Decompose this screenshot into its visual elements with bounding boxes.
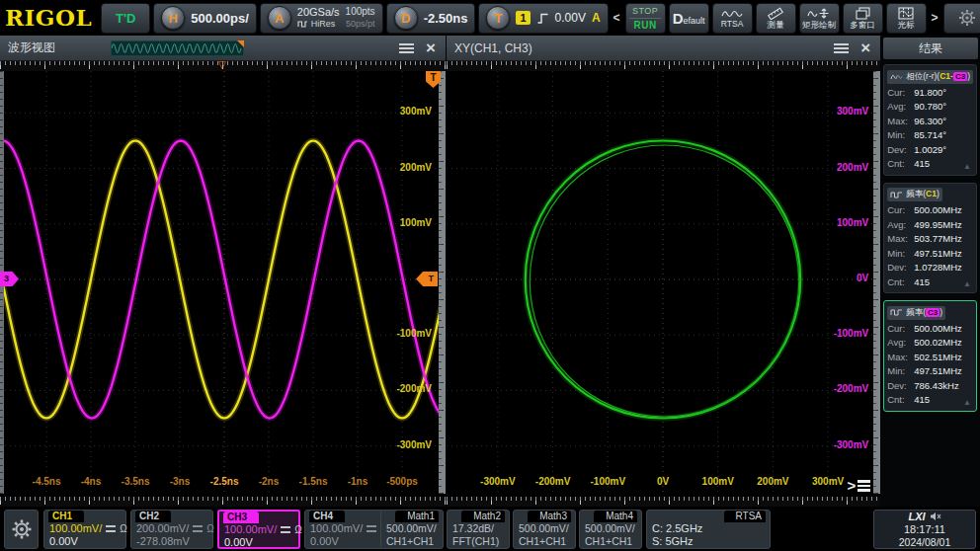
waveform-panel: 波形视图 × ▽ -4.5ns-4ns-3.5ns-3ns-2.5ns-2ns-… xyxy=(0,36,447,507)
rtsa-box[interactable]: RTSA C: 2.5GHz S: 5GHz xyxy=(646,510,771,549)
default-button[interactable]: Default xyxy=(669,3,709,34)
cursor-button[interactable]: 光标 xyxy=(886,3,927,34)
math2-tab[interactable]: Math2 xyxy=(461,511,505,522)
measure-button[interactable]: 测量 xyxy=(756,3,796,34)
measurement-row: Cnt:415 xyxy=(887,157,973,172)
waveform-close-icon[interactable]: × xyxy=(424,39,438,56)
clock-time: 18:17:11 xyxy=(904,523,945,536)
delay-control[interactable]: D -2.50ns xyxy=(386,3,476,34)
top-toolbar: RIGOL T'D H 500.00ps/ A 20GSa/s HiRes 10… xyxy=(0,0,980,36)
math3-expr: CH1+CH1 xyxy=(519,535,566,548)
channel-box-ch4[interactable]: CH4 100.00mV/ 0.00V xyxy=(304,510,387,549)
measurement-title: 相位(r-r)(C1-C3) xyxy=(906,71,970,83)
acquire-knob[interactable]: A xyxy=(268,6,291,30)
channel-box-ch2[interactable]: CH2 200.00mV/ Ω -278.08mV xyxy=(130,510,213,549)
dc-coupling-icon xyxy=(281,526,290,533)
waveform-chart xyxy=(0,71,446,507)
xy-expand-icon[interactable]: > xyxy=(847,479,870,493)
trigger-control[interactable]: T 1 0.00V A xyxy=(478,3,608,34)
ch2-tab[interactable]: CH2 xyxy=(135,511,171,522)
waveform-plot[interactable]: -4.5ns-4ns-3.5ns-3ns-2.5ns-2ns-1.5ns-1ns… xyxy=(0,71,446,507)
measurement-card-2[interactable]: 频率(C1)Cur:500.00MHzAvg:499.95MHzMax:503.… xyxy=(883,183,977,294)
xy-panel-title: XY(CH1, CH3) xyxy=(454,41,532,55)
math3-box[interactable]: Math3 500.00mV/ CH1+CH1 xyxy=(513,510,576,549)
xy-menu-icon[interactable] xyxy=(832,41,851,55)
gear-icon xyxy=(10,517,34,541)
measurement-title: 频率(C1) xyxy=(906,189,939,200)
trigger-knob[interactable]: T xyxy=(486,6,510,30)
bottom-status-bar: CH1 100.00mV/ Ω 0.00V CH2 200.00mV/ Ω -2… xyxy=(0,507,980,551)
math4-box[interactable]: Math4 500.00mV/ CH1+CH1 xyxy=(579,510,642,549)
rtsa-tab[interactable]: RTSA xyxy=(724,511,767,522)
ch4-scale-value: 100.00mV/ xyxy=(310,522,363,535)
ch4-tab[interactable]: CH4 xyxy=(309,511,345,522)
waveform-right-scrollbar[interactable] xyxy=(439,71,446,494)
toolbar-scroll-left-icon[interactable]: < xyxy=(612,11,622,25)
xy-bottom-ruler xyxy=(447,497,880,507)
results-header[interactable]: 结果 xyxy=(883,38,978,59)
delay-knob[interactable]: D xyxy=(394,6,418,30)
measurement-card-tab: 相位(r-r)(C1-C3) xyxy=(887,70,973,84)
channel-box-ch1[interactable]: CH1 100.00mV/ Ω 0.00V xyxy=(43,510,126,549)
dc-coupling-icon xyxy=(106,525,116,532)
math1-box[interactable]: Math1 500.00mV/ CH1+CH1 xyxy=(380,510,444,549)
windows-stack-icon xyxy=(856,7,870,20)
hires-icon xyxy=(297,20,308,28)
measurement-row: Avg:499.95MHz xyxy=(887,218,973,233)
trigger-status-indicator[interactable]: T'D xyxy=(101,3,150,34)
waveform-menu-icon[interactable] xyxy=(397,41,416,55)
toolbar-scroll-right-icon[interactable]: > xyxy=(930,11,940,25)
horizontal-scale-control[interactable]: H 500.00ps/ xyxy=(153,3,257,34)
xy-panel: XY(CH1, CH3) × -300mV-200mV-100mV0V100mV… xyxy=(447,36,880,507)
rect-draw-button[interactable]: 矩形绘制 xyxy=(799,3,840,34)
delay-value: -2.50ns xyxy=(424,11,468,26)
xy-right-scrollbar[interactable] xyxy=(873,71,880,494)
collapse-icon[interactable]: ▲ xyxy=(963,162,971,171)
datetime-box[interactable]: LXI 18:17:11 2024/08/01 xyxy=(873,510,976,549)
xy-plot[interactable]: -300mV-200mV-100mV0V100mV200mV300mV 300m… xyxy=(447,71,880,507)
math4-tab[interactable]: Math4 xyxy=(594,511,637,522)
settings-icon xyxy=(957,8,977,28)
measurement-card-1[interactable]: 相位(r-r)(C1-C3)Cur:91.800°Avg:90.780°Max:… xyxy=(883,64,977,176)
trigger-sweep-badge: A xyxy=(592,11,601,25)
measurement-row: Dev:1.0728MHz xyxy=(887,261,973,276)
menu-gear-button[interactable] xyxy=(4,510,39,549)
settings-button[interactable] xyxy=(943,3,980,34)
rtsa-center-freq: C: 2.5GHz xyxy=(652,522,702,535)
frequency-icon xyxy=(890,191,903,199)
math1-tab[interactable]: Math1 xyxy=(395,511,439,522)
math2-box[interactable]: Math2 17.32dB/ FFT(CH1) xyxy=(447,510,510,549)
sine-wave-icon xyxy=(721,8,743,19)
horizontal-knob[interactable]: H xyxy=(161,6,185,30)
math1-scale: 500.00mV/ xyxy=(386,522,437,535)
measurement-row: Cnt:415 xyxy=(887,393,973,408)
ch3-offset-value: 0.00V xyxy=(224,536,253,549)
results-title: 结果 xyxy=(919,40,942,57)
math3-tab[interactable]: Math3 xyxy=(528,511,571,522)
rtsa-button[interactable]: RTSA xyxy=(712,3,753,34)
waveform-preview-strip[interactable] xyxy=(111,40,244,56)
measurement-card-3[interactable]: 频率(C3)Cur:500.00MHzAvg:500.02MHzMax:502.… xyxy=(883,300,977,412)
collapse-icon[interactable]: ▲ xyxy=(963,398,971,407)
expansion-center-marker[interactable]: ▽ xyxy=(218,59,226,71)
trigger-level-value: 0.00V xyxy=(555,11,586,25)
measurement-cards: 相位(r-r)(C1-C3)Cur:91.800°Avg:90.780°Max:… xyxy=(883,64,978,419)
sample-resolution-value: 50ps/pt xyxy=(346,18,375,30)
stop-run-button[interactable]: STOP RUN xyxy=(625,3,666,34)
collapse-icon[interactable]: ▲ xyxy=(963,279,971,288)
run-label: RUN xyxy=(634,20,657,31)
measurement-row: Cnt:415 xyxy=(887,276,973,290)
multi-window-button[interactable]: 多窗口 xyxy=(843,3,883,34)
cursor-icon xyxy=(898,7,914,20)
ch2-offset-value: -278.08mV xyxy=(136,535,190,548)
ch3-tab[interactable]: CH3 xyxy=(223,512,259,523)
acquire-control[interactable]: A 20GSa/s HiRes 100pts 50ps/pt xyxy=(260,3,383,34)
xy-close-icon[interactable]: × xyxy=(858,39,872,56)
waveform-top-ruler[interactable]: ▽ xyxy=(0,61,446,71)
ch1-tab[interactable]: CH1 xyxy=(48,511,84,522)
impedance-icon: Ω xyxy=(294,523,301,536)
measurement-title: 频率(C3) xyxy=(906,307,942,319)
channel-box-ch3[interactable]: CH3 100.00mV/ Ω 0.00V xyxy=(217,510,300,549)
measurement-row: Max:503.77MHz xyxy=(887,232,973,247)
rtsa-label: RTSA xyxy=(721,19,744,29)
